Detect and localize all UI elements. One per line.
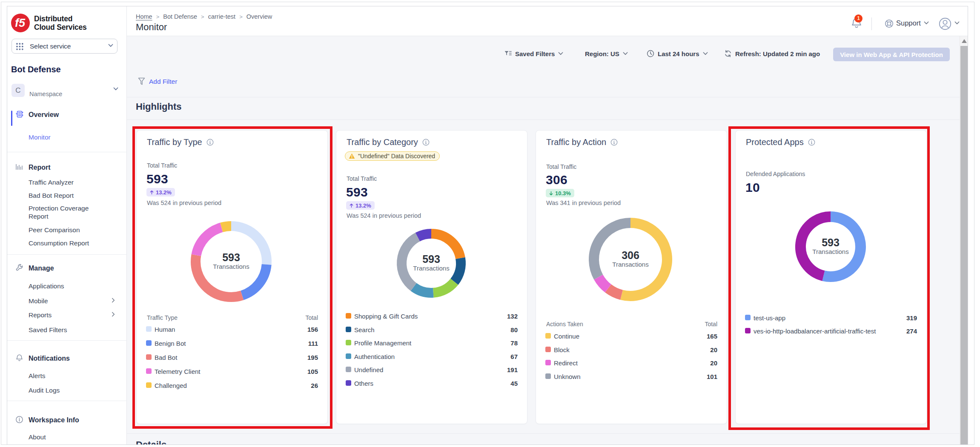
chevron-down-icon (108, 44, 113, 47)
legend-row[interactable]: Shopping & Gift Cards 132 (347, 313, 518, 319)
sidebar-section-label: Overview (29, 111, 59, 119)
card-title: Traffic by Category (347, 137, 430, 147)
legend-row[interactable]: Unknown 101 (546, 373, 717, 380)
previous-period-text: Was 341 in previous period (546, 199, 621, 206)
legend-value: 165 (707, 333, 717, 340)
divider (127, 97, 960, 97)
breadcrumb-bot-defense[interactable]: Bot Defense (163, 13, 197, 20)
legend-color-swatch (346, 367, 351, 372)
delta-badge: 13.2% (346, 201, 375, 210)
sidebar-section-label: Report (29, 164, 51, 171)
legend-row[interactable]: Undefined 191 (347, 366, 518, 373)
namespace-label: Namespace (29, 91, 62, 97)
legend-row[interactable]: Redirect 20 (546, 359, 717, 366)
legend-row[interactable]: Authentication 67 (347, 353, 518, 360)
legend-color-swatch (346, 380, 351, 386)
clock-icon (647, 50, 654, 57)
manage-icon (15, 264, 23, 272)
card-traffic-by-action: Traffic by Action Total Traffic 306 10.3… (536, 130, 727, 424)
legend-color-swatch (346, 353, 351, 359)
refresh-status[interactable]: Refresh: Updated 2 min ago (724, 48, 820, 59)
undefined-data-warning-badge: "Undefined" Data Discovered (345, 151, 440, 161)
sidebar-divider (7, 152, 127, 152)
breadcrumb-home[interactable]: Home (136, 13, 152, 20)
sidebar-item-peer-comparison[interactable]: Peer Comparison (29, 226, 120, 234)
sidebar-item-monitor[interactable]: Monitor (29, 133, 120, 141)
legend-row[interactable]: Block 20 (546, 346, 717, 353)
notification-count-badge: 1 (854, 14, 863, 23)
chevron-right-icon (112, 312, 115, 317)
chevron-down-icon[interactable] (113, 87, 118, 91)
view-in-waap-button[interactable]: View in Web App & API Protection (833, 48, 950, 61)
region-dropdown[interactable]: Region: US (585, 48, 628, 59)
sidebar-item-bad-bot-report[interactable]: Bad Bot Report (29, 191, 120, 199)
sidebar-item-alerts[interactable]: Alerts (29, 372, 120, 380)
sidebar-item-audit-logs[interactable]: Audit Logs (29, 386, 120, 394)
sidebar: f5 Distributed Cloud Services Select ser… (7, 6, 127, 444)
sidebar-item-saved-filters[interactable]: Saved Filters (29, 326, 120, 334)
sidebar-item-applications[interactable]: Applications (29, 282, 120, 290)
refresh-icon (724, 50, 732, 57)
grid-icon (16, 43, 24, 51)
sidebar-item-reports[interactable]: Reports (29, 311, 120, 319)
sidebar-divider (7, 401, 127, 401)
info-icon[interactable] (610, 139, 618, 146)
delta-badge: 10.3% (546, 189, 574, 197)
breadcrumb-overview[interactable]: Overview (246, 13, 272, 20)
f5-logo: f5 (10, 13, 31, 33)
legend-row[interactable]: Profile Management 78 (347, 339, 518, 346)
time-range-dropdown[interactable]: Last 24 hours (647, 48, 708, 59)
scrollbar-up-arrow[interactable] (962, 39, 967, 43)
support-menu[interactable]: Support (896, 19, 921, 27)
sidebar-item-about[interactable]: About (29, 433, 120, 441)
svg-text:f5: f5 (15, 17, 26, 29)
legend-value: 20 (710, 346, 717, 353)
annotation-highlight-traffic-by-type (132, 126, 332, 429)
chevron-down-icon (558, 52, 563, 55)
divider (127, 433, 960, 434)
donut-center-label: 306Transactions (596, 250, 665, 268)
select-service-label: Select service (30, 43, 71, 50)
sidebar-section-label: Manage (29, 265, 54, 272)
page-title: Monitor (136, 22, 167, 33)
details-section-title: Details (136, 439, 166, 445)
namespace-avatar[interactable]: C (11, 84, 25, 97)
sidebar-item-mobile[interactable]: Mobile (29, 297, 120, 305)
legend-value: 67 (510, 353, 518, 360)
annotation-highlight-protected-apps (728, 126, 930, 430)
legend-row[interactable]: Others 45 (347, 380, 518, 387)
legend-value: 78 (510, 339, 518, 347)
breadcrumb-carrie-test[interactable]: carrie-test (208, 13, 235, 20)
legend-value: 191 (507, 366, 518, 373)
sidebar-item-consumption-report[interactable]: Consumption Report (29, 239, 120, 247)
header-divider (871, 17, 872, 30)
user-avatar-icon[interactable] (939, 17, 951, 30)
saved-filters-dropdown[interactable]: Saved Filters (504, 48, 563, 59)
info-icon[interactable] (422, 139, 430, 146)
select-service-dropdown[interactable]: Select service (11, 39, 117, 54)
add-filter-button[interactable]: Add Filter (138, 77, 177, 85)
vertical-scrollbar[interactable] (960, 36, 968, 445)
legend-row[interactable]: Search 80 (347, 326, 518, 333)
chevron-right-icon (112, 298, 115, 303)
breadcrumb-separator: > (156, 14, 160, 20)
legend-row[interactable]: Continue 165 (546, 333, 717, 339)
card-traffic-by-category: Traffic by Category "Undefined" Data Dis… (336, 130, 527, 424)
sidebar-section-label: Workspace Info (29, 416, 79, 424)
sidebar-item-protection-coverage-report[interactable]: Protection Coverage Report (29, 204, 101, 220)
sidebar-item-traffic-analyzer[interactable]: Traffic Analyzer (29, 178, 120, 186)
legend-color-swatch (545, 360, 551, 365)
legend-label: Search (354, 326, 375, 333)
legend-label: Shopping & Gift Cards (354, 313, 418, 320)
breadcrumb-separator: > (239, 14, 243, 20)
funnel-icon (138, 77, 145, 85)
legend-label: Profile Management (354, 339, 411, 347)
legend-color-swatch (545, 333, 551, 339)
legend-value: 101 (707, 373, 717, 380)
legend-color-swatch (346, 340, 351, 345)
chevron-down-icon (924, 21, 929, 25)
scrollbar-thumb[interactable] (960, 46, 968, 444)
legend-value: 20 (710, 359, 717, 367)
active-indicator (11, 111, 12, 126)
divider (127, 120, 960, 120)
